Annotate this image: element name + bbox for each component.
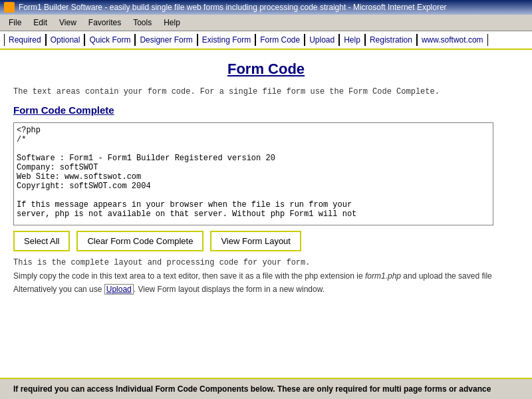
nav-form-code[interactable]: Form Code bbox=[255, 34, 305, 46]
nav-required[interactable]: Required bbox=[4, 34, 46, 46]
upload-link[interactable]: Upload bbox=[104, 284, 134, 295]
button-row: Select All Clear Form Code Complete View… bbox=[13, 231, 519, 251]
menu-edit[interactable]: Edit bbox=[27, 16, 53, 29]
section-title: Form Code Complete bbox=[13, 104, 519, 116]
app-icon bbox=[4, 2, 15, 13]
select-all-button[interactable]: Select All bbox=[13, 231, 70, 251]
menu-bar: File Edit View Favorites Tools Help bbox=[0, 15, 532, 31]
menu-file[interactable]: File bbox=[3, 16, 27, 29]
info3-suffix: . View Form layout displays the form in … bbox=[134, 285, 325, 294]
menu-help[interactable]: Help bbox=[158, 16, 186, 29]
info-text-1: This is the complete layout and processi… bbox=[13, 258, 519, 267]
title-bar: Form1 Builder Software - easily build si… bbox=[0, 0, 532, 15]
form-code-textarea[interactable] bbox=[13, 122, 493, 225]
nav-designer-form[interactable]: Designer Form bbox=[135, 34, 197, 46]
menu-tools[interactable]: Tools bbox=[127, 16, 158, 29]
code-textarea-wrap bbox=[13, 122, 493, 225]
info2-filename: form1.php bbox=[365, 271, 401, 281]
nav-optional[interactable]: Optional bbox=[46, 34, 85, 46]
page-description: The text areas contain your form code. F… bbox=[13, 87, 519, 96]
info-text-3: Alternatively you can use Upload. View F… bbox=[13, 285, 519, 294]
info2-prefix: Simply copy the code in this text area t… bbox=[13, 271, 365, 281]
page-title: Form Code bbox=[13, 61, 519, 78]
clear-form-button[interactable]: Clear Form Code Complete bbox=[76, 231, 203, 251]
menu-view[interactable]: View bbox=[53, 16, 82, 29]
nav-bar: Required Optional Quick Form Designer Fo… bbox=[0, 31, 532, 50]
window-title: Form1 Builder Software - easily build si… bbox=[19, 3, 447, 12]
nav-website[interactable]: www.softwot.com bbox=[417, 34, 488, 46]
nav-registration[interactable]: Registration bbox=[365, 34, 417, 46]
nav-help[interactable]: Help bbox=[339, 34, 365, 46]
nav-upload[interactable]: Upload bbox=[305, 34, 339, 46]
nav-existing-form[interactable]: Existing Form bbox=[198, 34, 255, 46]
menu-favorites[interactable]: Favorites bbox=[82, 16, 127, 29]
view-layout-button[interactable]: View Form Layout bbox=[210, 231, 301, 251]
info2-suffix: and upload the saved file bbox=[401, 271, 492, 281]
main-content: Form Code The text areas contain your fo… bbox=[0, 50, 532, 309]
info-text-2: Simply copy the code in this text area t… bbox=[13, 271, 519, 281]
nav-quick-form[interactable]: Quick Form bbox=[84, 34, 135, 46]
info3-prefix: Alternatively you can use bbox=[13, 285, 104, 294]
